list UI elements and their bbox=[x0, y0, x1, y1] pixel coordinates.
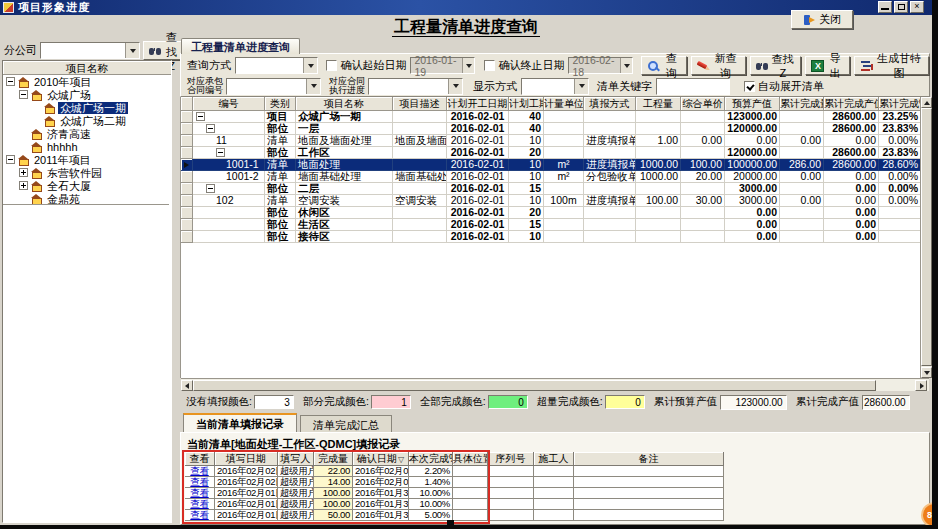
horizontal-scrollbar[interactable] bbox=[181, 378, 929, 391]
grid-row[interactable]: 部位休闲区2016-02-01200.000.00 bbox=[181, 207, 920, 219]
dropdown-arrow-icon[interactable] bbox=[462, 58, 474, 73]
grid-column-header-6[interactable]: 计量单位 bbox=[544, 97, 584, 111]
grid-column-header-11[interactable]: 累计完成量 bbox=[780, 97, 824, 111]
report-column-header-2[interactable]: 填写人 bbox=[278, 452, 314, 466]
tree-item[interactable]: 众城广场一期 bbox=[3, 101, 171, 114]
tree-item[interactable]: 众城广场二期 bbox=[3, 114, 171, 127]
report-column-header-4[interactable]: 确认日期▽ bbox=[353, 452, 409, 466]
grid-row[interactable]: 部位工作区2016-02-0120120000.0028600.0023.83% bbox=[181, 147, 920, 159]
contract-progress-select[interactable] bbox=[368, 78, 463, 95]
grid-row[interactable]: 部位接待区2016-02-01100.000.00 bbox=[181, 231, 920, 243]
tree-item[interactable]: 全石大厦 bbox=[3, 179, 171, 192]
collapse-icon[interactable] bbox=[6, 155, 15, 164]
contract-number-select[interactable] bbox=[226, 78, 321, 95]
grid-column-header-1[interactable]: 类别 bbox=[265, 97, 296, 111]
dropdown-arrow-icon[interactable] bbox=[574, 79, 588, 94]
grid-column-header-13[interactable]: 累计完成% bbox=[879, 97, 921, 111]
bottom-tab-0[interactable]: 当前清单填报记录 bbox=[183, 413, 297, 433]
tab-quantity-list-query[interactable]: 工程量清单进度查询 bbox=[181, 38, 300, 54]
grid-column-header-10[interactable]: 预算产值 bbox=[725, 97, 780, 111]
legend-color-swatch: 1 bbox=[371, 395, 411, 409]
tree-item[interactable]: 众城广场 bbox=[3, 88, 171, 101]
gantt-button[interactable]: 生成甘特图 bbox=[854, 56, 929, 75]
auto-expand-checkbox[interactable] bbox=[744, 81, 755, 92]
binoculars-button[interactable]: 查找Z bbox=[750, 56, 801, 75]
dropdown-arrow-icon[interactable] bbox=[303, 58, 317, 73]
collapse-icon[interactable] bbox=[206, 124, 215, 133]
report-column-header-0[interactable]: 查看 bbox=[185, 452, 215, 466]
grid-row[interactable]: 102清单空调安装空调安装2016-02-0110100m进度填报单100.00… bbox=[181, 195, 920, 207]
branch-select[interactable] bbox=[40, 42, 140, 59]
grid-column-header-4[interactable]: 计划开工日期 bbox=[447, 97, 509, 111]
dropdown-arrow-icon[interactable] bbox=[620, 58, 632, 73]
start-date-checkbox[interactable] bbox=[326, 60, 337, 71]
keyword-input[interactable] bbox=[656, 78, 730, 95]
view-link[interactable]: 查看 bbox=[185, 477, 215, 488]
report-column-header-1[interactable]: 填写日期 bbox=[215, 452, 278, 466]
restore-button[interactable] bbox=[894, 1, 908, 13]
report-column-header-8[interactable]: 施工人 bbox=[534, 452, 574, 466]
grid-row[interactable]: 项目众城广场一期2016-02-0140123000.0028600.0023.… bbox=[181, 111, 920, 123]
expand-icon[interactable] bbox=[19, 168, 28, 177]
expand-icon[interactable] bbox=[19, 181, 28, 190]
dropdown-arrow-icon[interactable] bbox=[125, 43, 139, 58]
close-window-button[interactable]: × bbox=[910, 1, 924, 13]
dropdown-arrow-icon[interactable] bbox=[306, 79, 320, 94]
grid-column-header-7[interactable]: 填报方式 bbox=[584, 97, 636, 111]
end-date-checkbox[interactable] bbox=[484, 60, 495, 71]
bottom-tab-1[interactable]: 清单完成汇总 bbox=[300, 415, 392, 433]
report-cell-3: 14.00 bbox=[314, 477, 353, 488]
grid-column-header-2[interactable]: 项目名称 bbox=[296, 97, 393, 111]
grid-row[interactable]: 11清单地面及墙面处理地面及墙面处理2016-02-0110进度填报单1.000… bbox=[181, 135, 920, 147]
tree-splitter[interactable] bbox=[3, 204, 169, 207]
sidebar-find-button[interactable]: 查找Z bbox=[143, 41, 185, 60]
grid-column-header-8[interactable]: 工程量 bbox=[636, 97, 681, 111]
report-column-header-5[interactable]: 本次完成% bbox=[409, 452, 453, 466]
minimize-button[interactable] bbox=[878, 1, 892, 13]
collapse-icon[interactable] bbox=[19, 90, 28, 99]
scroll-up-icon[interactable] bbox=[921, 97, 932, 108]
scroll-right-icon[interactable] bbox=[915, 380, 927, 391]
tree-item[interactable]: 2011年项目 bbox=[3, 153, 171, 166]
tree-item[interactable]: 东营软件园 bbox=[3, 166, 171, 179]
close-button[interactable]: 关闭 bbox=[791, 10, 853, 29]
grid-row[interactable]: 1001-2清单墙面基础处理墙面基础处理2016-02-0110m²分包验收单1… bbox=[181, 171, 920, 183]
grid-column-header-12[interactable]: 累计完成产值 bbox=[824, 97, 879, 111]
tree-item[interactable]: 济青高速 bbox=[3, 127, 171, 140]
view-link[interactable]: 查看 bbox=[185, 466, 215, 477]
scroll-down-icon[interactable] bbox=[921, 367, 932, 378]
search-button[interactable]: 查询 bbox=[641, 56, 686, 75]
end-date-select[interactable]: 2016-02-18 bbox=[568, 57, 633, 74]
dropdown-arrow-icon[interactable] bbox=[448, 79, 462, 94]
view-link[interactable]: 查看 bbox=[185, 499, 215, 510]
new-button[interactable]: 新查询 bbox=[691, 56, 746, 75]
report-column-header-7[interactable]: 序列号 bbox=[488, 452, 534, 466]
scroll-left-icon[interactable] bbox=[181, 380, 193, 391]
grid-row[interactable]: 部位生活区2016-02-01150.000.00 bbox=[181, 219, 920, 231]
grid-column-header-0[interactable]: 编号 bbox=[193, 97, 265, 111]
report-column-header-9[interactable]: 备注 bbox=[574, 452, 724, 466]
collapse-icon[interactable] bbox=[6, 77, 15, 86]
report-column-header-6[interactable]: 具体位置 bbox=[453, 452, 488, 466]
report-column-header-3[interactable]: 完成量 bbox=[314, 452, 353, 466]
grid-row[interactable]: 部位一层2016-02-0140120000.0028600.0023.83% bbox=[181, 123, 920, 135]
collapse-icon[interactable] bbox=[216, 148, 225, 157]
grid-column-header-9[interactable]: 综合单价 bbox=[681, 97, 725, 111]
view-link[interactable]: 查看 bbox=[185, 510, 215, 521]
excel-button[interactable]: 导出 bbox=[805, 56, 850, 75]
start-date-select[interactable]: 2016-01-19 bbox=[410, 57, 475, 74]
grid-row[interactable]: 1001-1清单地面处理2016-02-0110m²进度填报单1000.0010… bbox=[181, 159, 920, 171]
tree-item[interactable]: hhhhh bbox=[3, 140, 171, 153]
query-mode-select[interactable] bbox=[235, 57, 318, 74]
vertical-scroll-thumb[interactable] bbox=[921, 108, 932, 366]
collapse-icon[interactable] bbox=[206, 184, 215, 193]
tree-item[interactable]: 2010年项目 bbox=[3, 75, 171, 88]
collapse-icon[interactable] bbox=[196, 112, 205, 121]
horizontal-scroll-thumb[interactable] bbox=[193, 380, 876, 391]
vertical-scrollbar[interactable] bbox=[920, 97, 931, 378]
display-mode-select[interactable] bbox=[521, 78, 589, 95]
grid-column-header-5[interactable]: 计划工期 bbox=[509, 97, 544, 111]
view-link[interactable]: 查看 bbox=[185, 488, 215, 499]
grid-column-header-3[interactable]: 项目描述 bbox=[393, 97, 447, 111]
grid-row[interactable]: 部位二层2016-02-01153000.000.000.00% bbox=[181, 183, 920, 195]
